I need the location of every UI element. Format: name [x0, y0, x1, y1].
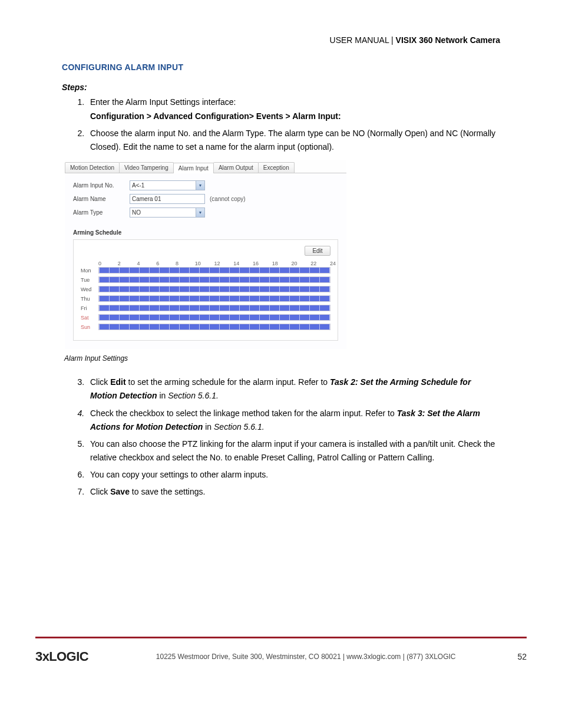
step-4: Check the checkbox to select the linkage…	[87, 407, 500, 434]
nav-path: Configuration > Advanced Configuration> …	[90, 110, 500, 123]
step-5: You can also choose the PTZ linking for …	[87, 437, 500, 465]
schedule-bar[interactable]	[98, 267, 330, 274]
schedule-bar[interactable]	[98, 295, 330, 302]
alarm-type-label: Alarm Type	[73, 209, 130, 216]
schedule-row: Mon	[81, 267, 330, 274]
edit-button[interactable]: Edit	[305, 246, 330, 256]
tab-motion-detection[interactable]: Motion Detection	[65, 162, 120, 173]
schedule-row: Wed	[81, 286, 330, 292]
page-number: 52	[517, 652, 527, 661]
schedule-bar[interactable]	[98, 314, 330, 321]
chevron-down-icon: ▾	[196, 208, 204, 217]
step-2: Choose the alarm input No. and the Alarm…	[87, 127, 500, 154]
page-header: USER MANUAL | VISIX 360 Network Camera	[62, 35, 500, 45]
alarm-name-hint: (cannot copy)	[210, 196, 246, 202]
schedule-bar[interactable]	[98, 286, 330, 292]
alarm-type-select[interactable]: NO ▾	[130, 207, 205, 218]
section-title: CONFIGURING ALARM INPUT	[62, 62, 500, 72]
steps-heading: Steps:	[62, 83, 500, 92]
schedule-row: Thu	[81, 295, 330, 302]
page-footer: 3xLOGIC 10225 Westmoor Drive, Suite 300,…	[35, 638, 527, 682]
schedule-bar[interactable]	[98, 276, 330, 283]
arming-schedule-title: Arming Schedule	[73, 227, 338, 239]
figure-caption: Alarm Input Settings	[64, 354, 500, 363]
schedule-row: Tue	[81, 276, 330, 283]
day-label: Tue	[81, 277, 98, 283]
day-label: Sun	[81, 324, 98, 330]
step-1: Enter the Alarm Input Settings interface…	[87, 95, 500, 123]
schedule-row: Sat	[81, 314, 330, 321]
step-6: You can copy your settings to other alar…	[87, 468, 500, 482]
tab-video-tampering[interactable]: Video Tampering	[119, 162, 174, 173]
tab-exception[interactable]: Exception	[258, 162, 295, 173]
schedule-row: Sun	[81, 324, 330, 330]
tab-alarm-input[interactable]: Alarm Input	[173, 163, 214, 173]
header-prefix: USER MANUAL |	[330, 35, 396, 45]
tab-bar: Motion Detection Video Tampering Alarm I…	[65, 160, 346, 173]
schedule-bar[interactable]	[98, 305, 330, 311]
day-label: Mon	[81, 268, 98, 274]
header-product: VISIX 360 Network Camera	[396, 35, 500, 45]
arming-schedule-box: Edit 0 2 4 6 8 10 12 14 16 18 20 22 24	[73, 239, 338, 341]
alarm-name-input[interactable]: Camera 01	[130, 194, 205, 204]
day-label: Fri	[81, 305, 98, 311]
footer-address: 10225 Westmoor Drive, Suite 300, Westmin…	[105, 653, 507, 661]
day-label: Thu	[81, 296, 98, 302]
alarm-name-label: Alarm Name	[73, 196, 130, 202]
day-label: Sat	[81, 315, 98, 321]
alarm-input-no-select[interactable]: A<-1 ▾	[130, 180, 205, 190]
steps-list-cont: Click Edit to set the arming schedule fo…	[62, 375, 500, 499]
alarm-input-no-label: Alarm Input No.	[73, 182, 130, 189]
chevron-down-icon: ▾	[196, 181, 204, 190]
day-label: Wed	[81, 286, 98, 292]
step-7: Click Save to save the settings.	[87, 485, 500, 499]
schedule-bar[interactable]	[98, 324, 330, 330]
schedule-row: Fri	[81, 305, 330, 311]
steps-list: Enter the Alarm Input Settings interface…	[62, 95, 500, 154]
tab-alarm-output[interactable]: Alarm Output	[213, 162, 259, 173]
logo: 3xLOGIC	[35, 649, 88, 664]
step-3: Click Edit to set the arming schedule fo…	[87, 375, 500, 403]
alarm-input-ui: Motion Detection Video Tampering Alarm I…	[64, 160, 347, 350]
timeline-hours: 0 2 4 6 8 10 12 14 16 18 20 22 24	[98, 261, 330, 266]
